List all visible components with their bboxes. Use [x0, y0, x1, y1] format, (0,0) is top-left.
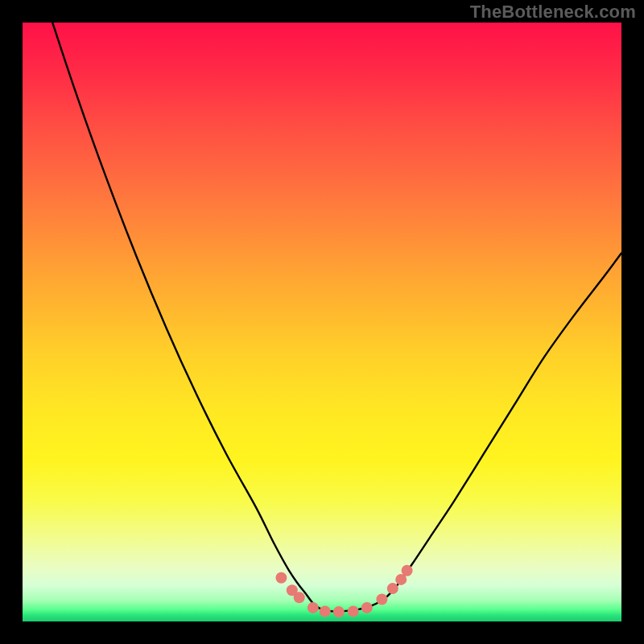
trough-dot [361, 602, 373, 613]
bottleneck-curve [52, 23, 621, 611]
trough-dot [333, 606, 345, 617]
trough-dot [376, 594, 387, 605]
trough-dot [402, 565, 413, 576]
trough-dots [275, 565, 412, 617]
plot-area [23, 23, 621, 621]
trough-dot [308, 602, 319, 613]
chart-frame: TheBottleneck.com [0, 0, 644, 644]
curve-svg [23, 23, 621, 621]
watermark-text: TheBottleneck.com [470, 3, 636, 21]
trough-dot [320, 605, 331, 617]
trough-dot [294, 592, 305, 603]
trough-dot [348, 605, 359, 617]
trough-dot [275, 572, 287, 584]
trough-dot [387, 583, 398, 594]
